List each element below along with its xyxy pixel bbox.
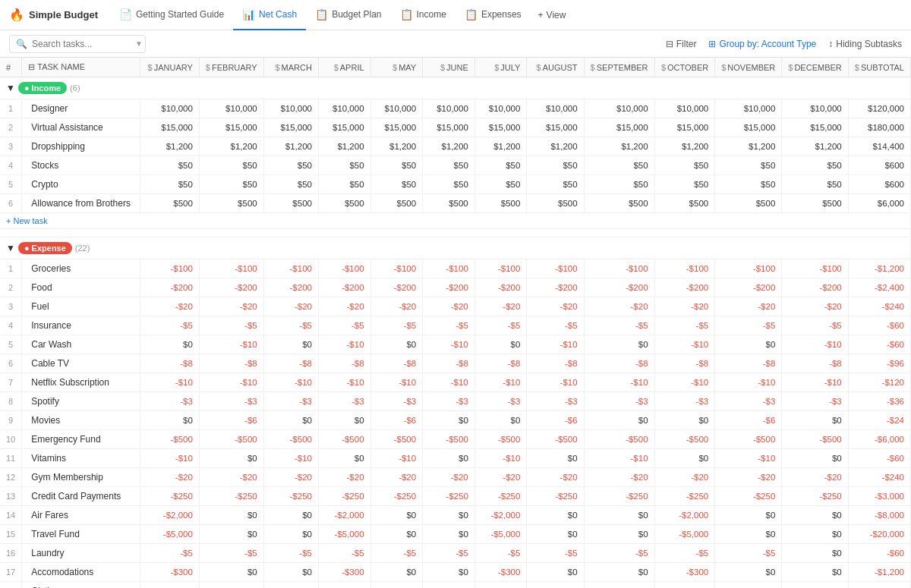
cell-value[interactable]: -$240: [848, 468, 910, 487]
cell-value[interactable]: -$5: [263, 544, 318, 563]
cell-value[interactable]: -$250: [715, 487, 782, 506]
cell-value[interactable]: $0: [370, 525, 423, 544]
task-name[interactable]: Clothes: [22, 582, 140, 589]
cell-value[interactable]: $50: [474, 175, 527, 194]
cell-value[interactable]: -$10: [199, 335, 263, 354]
cell-value[interactable]: -$8: [318, 354, 370, 373]
cell-value[interactable]: -$500: [527, 430, 584, 449]
cell-value[interactable]: -$100: [584, 259, 654, 278]
cell-value[interactable]: $1,200: [318, 137, 370, 156]
cell-value[interactable]: $0: [370, 335, 423, 354]
cell-value[interactable]: -$10: [423, 335, 475, 354]
cell-value[interactable]: -$100: [715, 582, 782, 589]
cell-value[interactable]: -$3: [474, 392, 527, 411]
cell-value[interactable]: -$100: [782, 259, 848, 278]
cell-value[interactable]: -$5: [474, 316, 527, 335]
task-name[interactable]: Air Fares: [22, 506, 140, 525]
cell-value[interactable]: $0: [782, 544, 848, 563]
cell-value[interactable]: -$200: [370, 278, 423, 297]
cell-value[interactable]: $0: [527, 525, 584, 544]
cell-value[interactable]: -$500: [370, 430, 423, 449]
cell-value[interactable]: -$20: [584, 297, 654, 316]
cell-value[interactable]: $0: [715, 525, 782, 544]
cell-value[interactable]: -$8: [474, 354, 527, 373]
search-input[interactable]: [32, 39, 131, 49]
cell-value[interactable]: $1,200: [584, 137, 654, 156]
cell-value[interactable]: -$200: [199, 278, 263, 297]
cell-value[interactable]: $0: [423, 449, 475, 468]
cell-value[interactable]: $0: [584, 525, 654, 544]
cell-value[interactable]: -$5: [654, 316, 715, 335]
cell-value[interactable]: -$500: [715, 430, 782, 449]
tab-net-cash[interactable]: 📊 Net Cash: [233, 0, 306, 30]
cell-value[interactable]: -$300: [474, 563, 527, 582]
cell-value[interactable]: -$500: [654, 430, 715, 449]
task-name[interactable]: Designer: [22, 99, 140, 118]
cell-value[interactable]: $50: [474, 156, 527, 175]
cell-value[interactable]: $0: [263, 411, 318, 430]
cell-value[interactable]: -$500: [140, 430, 199, 449]
cell-value[interactable]: $500: [199, 194, 263, 213]
cell-value[interactable]: -$5: [584, 544, 654, 563]
cell-value[interactable]: -$5: [715, 544, 782, 563]
cell-value[interactable]: -$3: [140, 392, 199, 411]
cell-value[interactable]: $50: [782, 156, 848, 175]
cell-value[interactable]: -$100: [370, 582, 423, 589]
cell-value[interactable]: -$200: [140, 278, 199, 297]
cell-value[interactable]: $600: [848, 175, 910, 194]
cell-value[interactable]: $0: [199, 449, 263, 468]
cell-value[interactable]: $0: [584, 563, 654, 582]
new-task-income[interactable]: + New task: [0, 213, 911, 229]
cell-value[interactable]: $1,200: [370, 137, 423, 156]
task-name[interactable]: Dropshipping: [22, 137, 140, 156]
cell-value[interactable]: -$5: [782, 316, 848, 335]
cell-value[interactable]: -$200: [474, 278, 527, 297]
cell-value[interactable]: -$300: [654, 563, 715, 582]
cell-value[interactable]: -$250: [318, 487, 370, 506]
cell-value[interactable]: -$100: [474, 582, 527, 589]
cell-value[interactable]: -$5: [199, 316, 263, 335]
cell-value[interactable]: -$250: [423, 487, 475, 506]
cell-value[interactable]: -$250: [199, 487, 263, 506]
cell-value[interactable]: $1,200: [782, 137, 848, 156]
tab-income[interactable]: 📋 Income: [391, 0, 456, 30]
cell-value[interactable]: -$10: [263, 449, 318, 468]
cell-value[interactable]: $1,200: [140, 137, 199, 156]
cell-value[interactable]: -$250: [370, 487, 423, 506]
cell-value[interactable]: $50: [199, 156, 263, 175]
cell-value[interactable]: -$250: [263, 487, 318, 506]
cell-value[interactable]: -$6: [527, 411, 584, 430]
cell-value[interactable]: -$8: [140, 354, 199, 373]
cell-value[interactable]: -$100: [654, 582, 715, 589]
cell-value[interactable]: -$5: [715, 316, 782, 335]
cell-value[interactable]: -$3: [370, 392, 423, 411]
cell-value[interactable]: $0: [527, 506, 584, 525]
cell-value[interactable]: $500: [474, 194, 527, 213]
task-name[interactable]: Accomodations: [22, 563, 140, 582]
cell-value[interactable]: $15,000: [782, 118, 848, 137]
cell-value[interactable]: -$6: [715, 411, 782, 430]
cell-value[interactable]: -$8: [584, 354, 654, 373]
cell-value[interactable]: -$20: [782, 297, 848, 316]
cell-value[interactable]: -$5,000: [654, 525, 715, 544]
cell-value[interactable]: $10,000: [527, 99, 584, 118]
cell-value[interactable]: $500: [140, 194, 199, 213]
task-name[interactable]: Laundry: [22, 544, 140, 563]
cell-value[interactable]: -$200: [318, 278, 370, 297]
cell-value[interactable]: -$8: [715, 354, 782, 373]
task-name[interactable]: Credit Card Payments: [22, 487, 140, 506]
cell-value[interactable]: -$20: [715, 468, 782, 487]
cell-value[interactable]: -$1,200: [848, 259, 910, 278]
cell-value[interactable]: -$10: [584, 449, 654, 468]
cell-value[interactable]: $10,000: [715, 99, 782, 118]
cell-value[interactable]: -$5: [140, 316, 199, 335]
cell-value[interactable]: $0: [654, 449, 715, 468]
cell-value[interactable]: -$8: [370, 354, 423, 373]
cell-value[interactable]: -$8: [199, 354, 263, 373]
cell-value[interactable]: $10,000: [474, 99, 527, 118]
cell-value[interactable]: -$3: [584, 392, 654, 411]
cell-value[interactable]: -$100: [654, 259, 715, 278]
task-name[interactable]: Cable TV: [22, 354, 140, 373]
cell-value[interactable]: $1,200: [715, 137, 782, 156]
cell-value[interactable]: -$2,400: [848, 278, 910, 297]
